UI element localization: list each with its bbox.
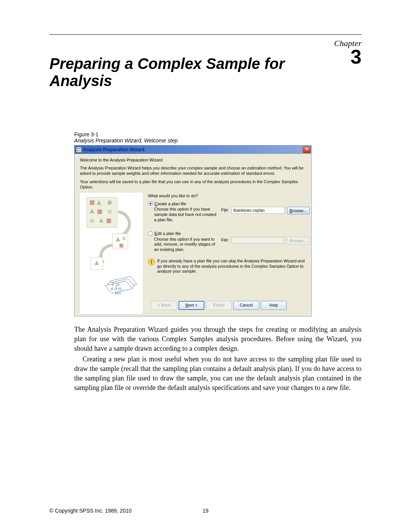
wizard-desc-1: The Analysis Preparation Wizard helps yo… <box>80 166 306 176</box>
svg-rect-2 <box>79 148 80 149</box>
create-file-input[interactable] <box>231 207 285 214</box>
wizard-info-text: If you already have a plan file you can … <box>157 259 310 274</box>
radio-create-plan[interactable]: Create a plan file <box>148 201 310 206</box>
svg-rect-3 <box>77 150 78 151</box>
next-button[interactable]: Next > <box>178 301 204 310</box>
close-icon[interactable]: ✕ <box>303 146 311 153</box>
radio-create-label: Create a plan file <box>155 201 186 206</box>
wizard-welcome: Welcome to the Analysis Preparation Wiza… <box>80 158 306 163</box>
help-button[interactable]: Help <box>261 301 287 310</box>
wizard-desc-2: Your selections will be saved to a plan … <box>80 179 306 190</box>
wizard-titlebar[interactable]: Analysis Preparation Wizard ✕ <box>75 145 311 154</box>
cancel-button[interactable]: Cancel <box>233 301 259 310</box>
svg-rect-11 <box>97 209 102 214</box>
footer-page-number: 19 <box>202 508 209 514</box>
svg-text:φ(z): φ(z) <box>115 291 121 295</box>
svg-point-13 <box>90 219 94 223</box>
svg-rect-0 <box>76 147 81 152</box>
svg-point-19 <box>122 236 126 240</box>
wizard-button-bar: < Back Next > Finish Cancel Help <box>148 299 310 314</box>
radio-icon <box>148 231 153 236</box>
wizard-dialog: Analysis Preparation Wizard ✕ Welcome to… <box>74 145 312 317</box>
svg-rect-7 <box>90 200 94 205</box>
chapter-title: Preparing a Complex Sample for Analysis <box>49 55 285 89</box>
app-icon <box>76 147 81 152</box>
create-browse-button[interactable]: Browse... <box>287 207 310 214</box>
finish-button: Finish <box>206 301 232 310</box>
footer-copyright: © Copyright SPSS Inc. 1989, 2010 <box>49 508 132 514</box>
wizard-title: Analysis Preparation Wizard <box>83 147 303 152</box>
radio-edit-plan[interactable]: Edit a plan file <box>148 231 310 236</box>
create-file-label: File: <box>221 207 229 212</box>
wizard-question: What would you like to do? <box>148 193 310 198</box>
svg-text:x̄  σ̂  Hₓ: x̄ σ̂ Hₓ <box>110 286 123 291</box>
header-rule <box>49 34 362 35</box>
figure-caption: Analysis Preparation Wizard, Welcome ste… <box>74 137 362 144</box>
edit-file-label: File: <box>221 237 229 242</box>
wizard-illustration: Σ μ̂ₕ x̄ σ̂ Hₓ φ(z) <box>80 193 143 314</box>
figure-label: Figure 3-1 <box>74 131 362 137</box>
back-button: < Back <box>151 301 177 310</box>
radio-edit-label: Edit a plan file <box>155 231 181 236</box>
body-paragraph-1: The Analysis Preparation Wizard guides y… <box>74 325 362 354</box>
create-desc: Choose this option if you have sample da… <box>154 207 219 222</box>
svg-rect-1 <box>77 148 78 149</box>
info-icon: i <box>148 259 155 265</box>
svg-point-9 <box>107 200 112 205</box>
svg-rect-20 <box>119 244 123 248</box>
svg-point-12 <box>107 209 112 214</box>
edit-browse-button: Browse... <box>287 237 310 244</box>
svg-rect-4 <box>79 150 80 151</box>
body-paragraph-2: Creating a new plan is most useful when … <box>74 355 362 393</box>
edit-file-input <box>231 237 285 244</box>
radio-icon <box>148 201 153 206</box>
edit-desc: Choose this option if you want to add, r… <box>154 237 219 252</box>
svg-rect-15 <box>107 219 111 223</box>
